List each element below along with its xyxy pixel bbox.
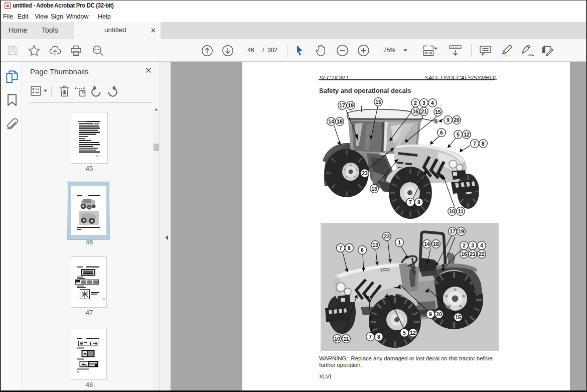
svg-text:9: 9: [429, 311, 432, 317]
svg-text:16: 16: [412, 108, 418, 114]
svg-text:17: 17: [450, 228, 456, 234]
svg-text:6: 6: [361, 247, 364, 253]
svg-text:12: 12: [464, 132, 470, 138]
svg-text:4: 4: [480, 242, 483, 248]
svg-text:15: 15: [455, 314, 461, 320]
svg-text:10: 10: [334, 336, 340, 342]
svg-text:23: 23: [384, 233, 390, 239]
svg-text:1: 1: [398, 239, 401, 245]
svg-text:7: 7: [409, 199, 412, 205]
svg-text:22: 22: [479, 251, 485, 257]
svg-text:7: 7: [369, 334, 372, 340]
svg-text:19: 19: [458, 228, 464, 234]
svg-text:2: 2: [414, 100, 417, 106]
svg-text:7: 7: [339, 245, 342, 251]
svg-text:13: 13: [371, 186, 377, 192]
svg-text:18: 18: [433, 241, 439, 247]
svg-text:4: 4: [431, 100, 434, 106]
svg-text:8: 8: [377, 334, 380, 340]
svg-text:6: 6: [440, 129, 443, 136]
svg-text:14: 14: [328, 118, 334, 124]
svg-text:23: 23: [362, 170, 368, 176]
svg-text:5: 5: [403, 330, 406, 336]
svg-text:14: 14: [424, 241, 430, 247]
svg-text:17: 17: [339, 102, 345, 108]
svg-text:3: 3: [471, 242, 474, 248]
svg-text:3: 3: [422, 100, 425, 106]
svg-text:21: 21: [421, 108, 427, 114]
svg-text:12: 12: [410, 330, 416, 336]
svg-text:13: 13: [372, 242, 378, 248]
svg-text:10: 10: [449, 208, 455, 214]
svg-text:5: 5: [457, 132, 460, 138]
svg-text:11: 11: [458, 208, 463, 214]
svg-text:8: 8: [348, 245, 351, 251]
svg-text:20: 20: [436, 311, 442, 317]
svg-text:8: 8: [417, 199, 420, 205]
svg-text:15: 15: [375, 99, 381, 105]
svg-text:7: 7: [473, 141, 476, 147]
svg-text:16: 16: [461, 251, 467, 257]
svg-text:21: 21: [470, 251, 476, 257]
svg-text:2: 2: [463, 242, 466, 248]
svg-text:8: 8: [482, 141, 485, 147]
svg-text:19: 19: [348, 102, 354, 108]
svg-text:18: 18: [337, 118, 343, 124]
svg-text:20: 20: [454, 117, 460, 123]
svg-text:15: 15: [435, 109, 441, 115]
svg-text:9: 9: [447, 117, 450, 123]
svg-text:11: 11: [343, 336, 349, 342]
